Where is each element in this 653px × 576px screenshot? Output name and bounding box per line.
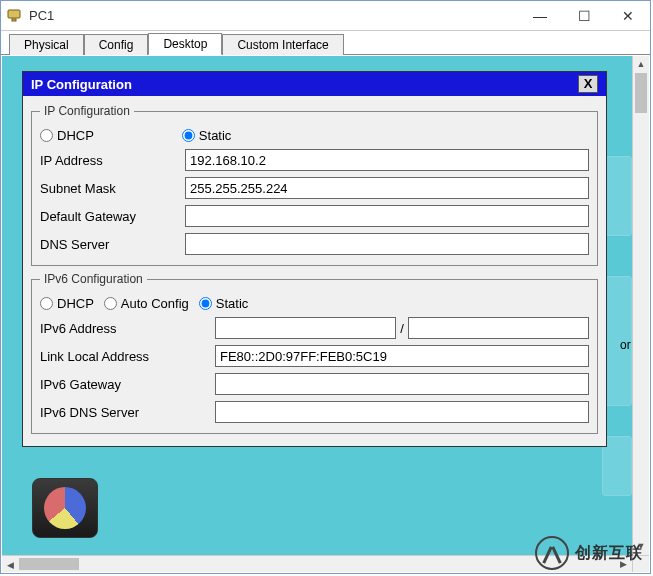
default-gateway-input[interactable] (185, 205, 589, 227)
tab-custom[interactable]: Custom Interface (222, 34, 343, 55)
link-local-row: Link Local Address (40, 345, 589, 367)
tab-bar: Physical Config Desktop Custom Interface (1, 31, 650, 55)
tab-physical[interactable]: Physical (9, 34, 84, 55)
ipv6-prefix-slash: / (396, 321, 408, 336)
desktop-app-icon[interactable] (32, 478, 100, 544)
ipv6-address-label: IPv6 Address (40, 321, 215, 336)
logo-text: 创新互联 (575, 543, 643, 564)
ipv6-auto-label: Auto Config (121, 296, 189, 311)
link-local-label: Link Local Address (40, 349, 215, 364)
ipv6-mode-radios: DHCP Auto Config Static (40, 296, 589, 311)
app-icon-frame (32, 478, 98, 538)
dialog-title: IP Configuration (31, 77, 132, 92)
maximize-button[interactable]: ☐ (562, 1, 606, 31)
side-text-fragment: or (620, 338, 631, 352)
ipv4-dhcp-option[interactable]: DHCP (40, 128, 94, 143)
default-gateway-label: Default Gateway (40, 209, 185, 224)
subnet-mask-input[interactable] (185, 177, 589, 199)
ipv6-static-option[interactable]: Static (199, 296, 249, 311)
ip-config-dialog: IP Configuration X IP Configuration DHCP… (22, 71, 607, 447)
ip-address-row: IP Address (40, 149, 589, 171)
ipv4-mode-radios: DHCP Static (40, 128, 589, 143)
ipv6-auto-radio[interactable] (104, 297, 117, 310)
vertical-scrollbar[interactable]: ▲ ▼ (632, 56, 649, 555)
ipv4-static-radio[interactable] (182, 129, 195, 142)
ipv6-static-radio[interactable] (199, 297, 212, 310)
tab-config[interactable]: Config (84, 34, 149, 55)
ipv6-dhcp-option[interactable]: DHCP (40, 296, 94, 311)
ipv6-gateway-input[interactable] (215, 373, 589, 395)
ipv6-gateway-row: IPv6 Gateway (40, 373, 589, 395)
window-title: PC1 (29, 8, 54, 23)
ipv4-static-option[interactable]: Static (182, 128, 232, 143)
ipv4-fieldset: IP Configuration DHCP Static IP Address … (31, 104, 598, 266)
minimize-button[interactable]: — (518, 1, 562, 31)
close-button[interactable]: ✕ (606, 1, 650, 31)
ipv6-address-row: IPv6 Address / (40, 317, 589, 339)
link-local-input[interactable] (215, 345, 589, 367)
logo-mark-icon (535, 536, 569, 570)
scroll-up-button[interactable]: ▲ (633, 56, 649, 73)
application-window: PC1 — ☐ ✕ Physical Config Desktop Custom… (0, 0, 651, 574)
ipv6-dns-row: IPv6 DNS Server (40, 401, 589, 423)
scroll-thumb-horizontal[interactable] (19, 558, 79, 570)
svg-rect-1 (12, 19, 16, 21)
window-buttons: — ☐ ✕ (518, 1, 650, 30)
ipv6-address-input[interactable] (215, 317, 396, 339)
scroll-left-button[interactable]: ◀ (2, 557, 19, 572)
ip-address-input[interactable] (185, 149, 589, 171)
ipv6-gateway-label: IPv6 Gateway (40, 377, 215, 392)
tab-desktop[interactable]: Desktop (148, 33, 222, 55)
dns-server-label: DNS Server (40, 237, 185, 252)
ipv6-dns-input[interactable] (215, 401, 589, 423)
ipv6-dhcp-radio[interactable] (40, 297, 53, 310)
ipv6-auto-option[interactable]: Auto Config (104, 296, 189, 311)
ipv6-dns-label: IPv6 DNS Server (40, 405, 215, 420)
ipv6-prefix-input[interactable] (408, 317, 589, 339)
svg-rect-0 (8, 10, 20, 18)
title-bar-left: PC1 (7, 8, 54, 23)
pc-icon (7, 9, 23, 23)
dns-server-input[interactable] (185, 233, 589, 255)
watermark-logo: 创新互联 (535, 536, 643, 570)
ip-address-label: IP Address (40, 153, 185, 168)
ipv4-static-label: Static (199, 128, 232, 143)
ipv6-legend: IPv6 Configuration (40, 272, 147, 286)
pie-chart-icon (44, 487, 86, 529)
ipv6-static-label: Static (216, 296, 249, 311)
dialog-body: IP Configuration DHCP Static IP Address … (23, 96, 606, 446)
dialog-title-bar: IP Configuration X (23, 72, 606, 96)
dialog-close-button[interactable]: X (578, 75, 598, 93)
subnet-mask-label: Subnet Mask (40, 181, 185, 196)
default-gateway-row: Default Gateway (40, 205, 589, 227)
title-bar: PC1 — ☐ ✕ (1, 1, 650, 31)
dns-server-row: DNS Server (40, 233, 589, 255)
ipv4-dhcp-radio[interactable] (40, 129, 53, 142)
ipv6-fieldset: IPv6 Configuration DHCP Auto Config Stat… (31, 272, 598, 434)
ipv6-dhcp-label: DHCP (57, 296, 94, 311)
desktop-workspace: or IP Configuration X IP Configuration D… (2, 56, 649, 572)
scroll-thumb-vertical[interactable] (635, 73, 647, 113)
ipv4-legend: IP Configuration (40, 104, 134, 118)
subnet-mask-row: Subnet Mask (40, 177, 589, 199)
ipv4-dhcp-label: DHCP (57, 128, 94, 143)
